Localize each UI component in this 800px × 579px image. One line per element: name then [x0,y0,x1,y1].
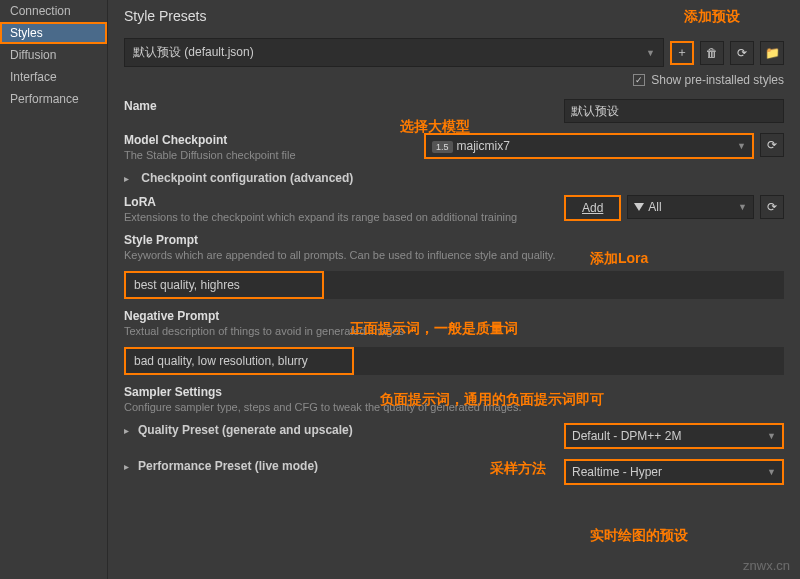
sampler-label: Sampler Settings [124,385,784,399]
sidebar-item-styles[interactable]: Styles [0,22,107,44]
chevron-down-icon: ▼ [738,202,747,212]
perf-preset-value: Realtime - Hyper [572,465,662,479]
model-refresh-button[interactable]: ⟳ [760,133,784,157]
chevron-down-icon: ▼ [767,467,776,477]
name-input[interactable] [564,99,784,123]
name-label: Name [124,99,564,113]
show-preinstalled-checkbox[interactable]: ✓ [633,74,645,86]
styleprompt-input-ext[interactable] [324,271,784,299]
sidebar: Connection Styles Diffusion Interface Pe… [0,0,108,579]
model-sub: The Stable Diffusion checkpoint file [124,149,424,161]
sidebar-item-connection[interactable]: Connection [0,0,107,22]
styleprompt-input[interactable] [124,271,324,299]
styleprompt-sub: Keywords which are appended to all promp… [124,249,784,261]
page-title: Style Presets [124,8,784,24]
add-preset-button[interactable]: ＋ [670,41,694,65]
lora-sub: Extensions to the checkpoint which expan… [124,211,564,223]
perf-preset-label[interactable]: Performance Preset (live mode) [138,459,318,473]
chevron-down-icon: ▼ [767,431,776,441]
show-preinstalled-label: Show pre-installed styles [651,73,784,87]
chevron-down-icon: ▼ [646,48,655,58]
sampler-sub: Configure sampler type, steps and CFG to… [124,401,784,413]
preset-select[interactable]: 默认预设 (default.json) ▼ [124,38,664,67]
expand-icon[interactable]: ▸ [124,461,134,472]
model-select[interactable]: 1.5majicmix7 ▼ [424,133,754,159]
sidebar-item-interface[interactable]: Interface [0,66,107,88]
preset-selected-label: 默认预设 (default.json) [133,44,254,61]
negprompt-sub: Textual description of things to avoid i… [124,325,784,337]
delete-preset-button[interactable]: 🗑 [700,41,724,65]
model-value: majicmix7 [457,139,510,153]
filter-icon [634,203,644,211]
chevron-down-icon: ▼ [737,141,746,151]
quality-preset-select[interactable]: Default - DPM++ 2M ▼ [564,423,784,449]
sidebar-item-diffusion[interactable]: Diffusion [0,44,107,66]
refresh-preset-button[interactable]: ⟳ [730,41,754,65]
model-label: Model Checkpoint [124,133,424,147]
lora-add-button[interactable]: Add [564,195,621,221]
quality-preset-value: Default - DPM++ 2M [572,429,681,443]
expand-icon[interactable]: ▸ [124,173,134,184]
lora-filter-value: All [648,200,661,214]
lora-filter-select[interactable]: All ▼ [627,195,754,219]
styleprompt-label: Style Prompt [124,233,784,247]
sidebar-item-performance[interactable]: Performance [0,88,107,110]
lora-refresh-button[interactable]: ⟳ [760,195,784,219]
negprompt-input-ext[interactable] [354,347,784,375]
main-panel: Style Presets 默认预设 (default.json) ▼ ＋ 🗑 … [108,0,800,579]
negprompt-label: Negative Prompt [124,309,784,323]
checkpoint-advanced-label[interactable]: Checkpoint configuration (advanced) [141,171,353,185]
perf-preset-select[interactable]: Realtime - Hyper ▼ [564,459,784,485]
model-badge: 1.5 [432,141,453,153]
expand-icon[interactable]: ▸ [124,425,134,436]
watermark: znwx.cn [743,558,790,573]
negprompt-input[interactable] [124,347,354,375]
quality-preset-label[interactable]: Quality Preset (generate and upscale) [138,423,353,437]
lora-label: LoRA [124,195,564,209]
open-folder-button[interactable]: 📁 [760,41,784,65]
